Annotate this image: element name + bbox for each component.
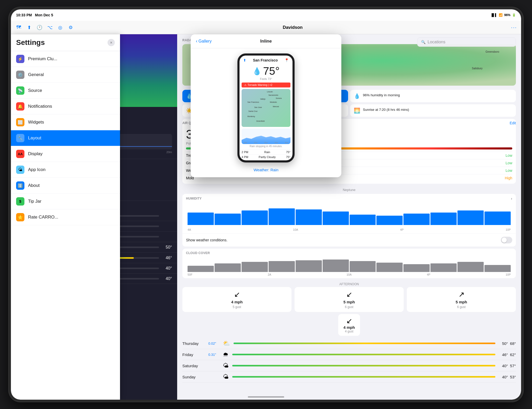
- settings-item-label: Source: [28, 88, 42, 93]
- settings-display[interactable]: AA Display: [11, 146, 120, 162]
- settings-item-label: Widgets: [28, 120, 44, 125]
- wind-card-3: ↗ 5 mph 6 gust: [407, 287, 516, 312]
- cloud-cover-label: CLOUD COVER: [186, 251, 210, 255]
- cloud-bar: [403, 264, 430, 272]
- locations-search[interactable]: 🔍 Locations: [417, 37, 516, 47]
- search-icon: 🔍: [421, 40, 425, 44]
- forecast-time: 2 PM: [242, 151, 248, 154]
- wind-gust: 5 gust: [233, 305, 241, 309]
- cloud-bar: [215, 263, 241, 272]
- phone-screen: ⬆ San Francisco 📍 💧 75° Feels 73°: [240, 56, 292, 160]
- humidity-bar: [484, 212, 511, 225]
- settings-layout[interactable]: 🔧 Layout: [11, 130, 120, 146]
- humidity-section: HUMIDITY ›: [182, 194, 516, 247]
- cloud-bar: [484, 265, 511, 272]
- cloud-bar: [430, 263, 457, 272]
- phone-map-city: Modesto: [270, 101, 277, 103]
- wind-arrow-icon: ↙: [234, 290, 240, 299]
- forecast-condition: Partly Cloudy: [259, 155, 276, 159]
- premium-icon: ⚡: [16, 55, 24, 63]
- wind-gust: 6 gust: [457, 305, 466, 309]
- settings-rate[interactable]: ⭐ Rate CARRO...: [11, 209, 120, 225]
- humidity-text: 96% humidity in morning: [363, 93, 400, 98]
- phone-chart: 10m20m30m40m50m: [242, 128, 290, 144]
- warning-triangle-icon: ⚠: [244, 84, 247, 86]
- humidity-bar: [403, 214, 430, 225]
- status-date: Mon Dec 5: [35, 13, 53, 17]
- warning-text: Tornado Warning | +2: [248, 84, 272, 86]
- phone-temperature: 💧 75°: [240, 65, 292, 77]
- target-icon[interactable]: ◎: [57, 24, 64, 31]
- humidity-icon: 💧: [354, 93, 360, 99]
- settings-appicon[interactable]: 🌤 App Icon: [11, 162, 120, 178]
- humidity-header: HUMIDITY ›: [182, 194, 516, 202]
- daily-thursday-right: Thursday 0.02" ⛅ 50° 68°: [182, 338, 516, 349]
- history-icon[interactable]: 🕐: [36, 24, 43, 31]
- settings-title: Settings: [16, 38, 45, 47]
- aq-edit-button[interactable]: Edit: [510, 121, 516, 125]
- modal-weather-label: Weather: Rain: [196, 168, 336, 172]
- cloud-cover-bars: [182, 256, 516, 272]
- settings-tipjar[interactable]: $ Tip Jar: [11, 194, 120, 209]
- daily-high: 46°: [497, 352, 508, 357]
- modal-header: ‹ Gallery Inline: [191, 34, 341, 48]
- phone-warning: ⚠ Tornado Warning | +2: [242, 83, 290, 87]
- settings-notifications[interactable]: 🔔 Notifications: [11, 99, 120, 114]
- cloud-bar: [376, 263, 403, 272]
- map-icon[interactable]: 🗺: [15, 24, 22, 31]
- modal-back-label: Gallery: [198, 39, 212, 44]
- display-icon: AA: [16, 150, 24, 158]
- toggle-knob: [502, 237, 507, 243]
- settings-about[interactable]: ℹ️ About: [11, 178, 120, 194]
- phone-map-city: San Francisco: [248, 101, 259, 103]
- wind-bottom-speed: 4 mph: [343, 325, 355, 330]
- modal-back-button[interactable]: ‹ Gallery: [196, 38, 212, 44]
- phone-map-city: Sacramento: [268, 94, 278, 96]
- inline-modal: ‹ Gallery Inline ⬆ San Francisco 📍: [191, 34, 341, 177]
- daily-icon: ⛅: [223, 340, 230, 347]
- share-icon[interactable]: ⬆: [25, 24, 33, 31]
- pollen-level: Low: [506, 153, 512, 158]
- radar-city: Greensboro: [486, 50, 499, 53]
- rate-icon: ⭐: [16, 213, 24, 221]
- radar-city: Salisbury: [472, 67, 482, 70]
- settings-widgets[interactable]: ⬜ Widgets: [11, 114, 120, 130]
- phone-rain-caption: Rain stopping in 45 minutes.: [240, 144, 292, 148]
- daily-bar: [232, 365, 495, 366]
- settings-item-label: About: [28, 183, 39, 188]
- settings-source[interactable]: 📡 Source: [11, 83, 120, 99]
- humidity-bar: [457, 210, 484, 225]
- settings-close-button[interactable]: ×: [108, 39, 115, 46]
- status-bar: 10:33 PM Mon Dec 5 ▐▌▌ 📶 96% 🔋: [11, 9, 521, 21]
- humidity-chevron: ›: [511, 196, 512, 201]
- wind-card-1: ↙ 4 mph 5 gust: [182, 287, 291, 312]
- phone-forecast-2pm: 2 PM Rain 75°: [242, 149, 290, 154]
- phone-feels: Feels 73°: [240, 77, 292, 80]
- daily-day: Sunday: [182, 375, 208, 379]
- humidity-x-labels: 4A10A4P10P: [182, 227, 516, 233]
- layout-icon: 🔧: [16, 134, 24, 142]
- page-title: Davidson: [77, 25, 508, 30]
- source-icon: 📡: [16, 86, 24, 95]
- settings-item-label: Display: [28, 151, 43, 156]
- settings-item-label: Tip Jar: [28, 199, 41, 204]
- cloud-bar: [296, 260, 322, 272]
- pollen-level: Low: [506, 168, 512, 173]
- phone-forecast-4pm: 4 PM Partly Cloudy 75°: [242, 154, 290, 159]
- humidity-info-card: 💧 96% humidity in morning: [350, 90, 516, 102]
- phone-map-city: Santa Cruz: [248, 110, 257, 112]
- filter-icon[interactable]: ⌥: [46, 24, 54, 31]
- toggle-label: Show weather conditions.: [186, 238, 228, 242]
- settings-icon[interactable]: ⚙: [67, 24, 74, 31]
- cloud-cover-header: CLOUD COVER: [182, 249, 516, 256]
- toolbar-dots[interactable]: ···: [511, 24, 517, 30]
- phone-temp-area: 💧 75° Feels 73°: [240, 64, 292, 83]
- forecast-time: 4 PM: [242, 155, 248, 159]
- phone-city: San Francisco: [246, 58, 284, 62]
- toggle-switch[interactable]: [501, 237, 512, 243]
- settings-general[interactable]: ⚙️ General: [11, 67, 120, 83]
- settings-premium[interactable]: ⚡ Premium Clu...: [11, 51, 120, 67]
- settings-overlay: Settings × ⚡ Premium Clu... ⚙️ General 📡…: [11, 34, 120, 400]
- back-chevron-icon: ‹: [196, 38, 197, 44]
- cloud-x-labels: 50F2A10A4P10P: [182, 272, 516, 278]
